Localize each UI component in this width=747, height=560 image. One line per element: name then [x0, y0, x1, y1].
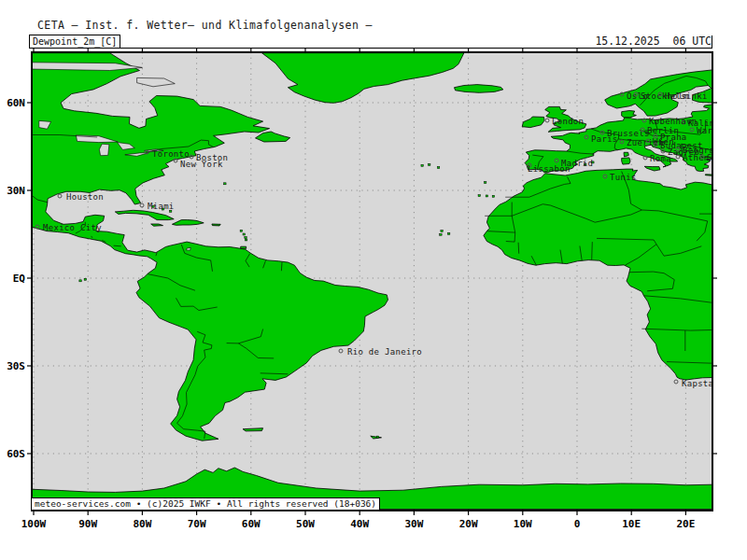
island-speck: [245, 236, 247, 238]
island-speck: [478, 195, 480, 197]
city-label: New York: [180, 160, 223, 169]
lon-label: 20E: [676, 518, 695, 530]
lon-label: 80W: [133, 518, 151, 530]
lat-label: 30S: [7, 360, 25, 372]
land-trinidad: [241, 246, 247, 248]
city-label: London: [552, 117, 584, 126]
city-label: Houston: [66, 192, 104, 202]
city-label: Madrid: [561, 159, 593, 168]
weather-map-page: TorontoBostonNew YorkHoustonMiamiMexico …: [0, 0, 747, 560]
island-speck: [492, 195, 494, 197]
water-lake-maracaibo: [187, 247, 191, 250]
lat-label: 30N: [7, 185, 25, 197]
lon-label: 90W: [78, 518, 97, 530]
city-label: Mexico City: [43, 223, 102, 232]
header-divider-right: [712, 35, 712, 49]
island-speck: [440, 233, 442, 235]
lon-label: 30W: [404, 518, 423, 530]
page-title: CETA – Inst. f. Wetter– und Klimafolgena…: [37, 19, 373, 32]
lon-label: 50W: [296, 518, 315, 530]
variable-box: Dewpoint_2m_[C]: [29, 35, 120, 49]
lon-label: 60W: [242, 518, 261, 530]
island-speck: [245, 239, 247, 241]
lon-label: 0: [574, 518, 581, 530]
city-label: Toronto: [152, 149, 190, 159]
city-label: Helsinki: [665, 91, 708, 101]
island-speck: [447, 232, 449, 234]
datetime-label: 15.12.2025 06 UTC: [595, 35, 712, 48]
island-speck: [421, 164, 423, 166]
island-speck: [428, 163, 430, 165]
lat-label: 60S: [7, 448, 25, 460]
island-speck: [240, 230, 242, 231]
island-speck: [224, 183, 226, 185]
city-label: Tunis: [610, 173, 637, 182]
lat-label: 60N: [7, 97, 25, 109]
island-speck: [484, 182, 486, 184]
island-speck: [441, 231, 443, 232]
island-speck: [376, 436, 378, 438]
lon-label: 10W: [514, 518, 532, 530]
lon-label: 20W: [459, 518, 478, 530]
lon-label: 40W: [350, 518, 369, 530]
lon-label: 10E: [622, 518, 641, 530]
city-label: Kapstadt: [682, 379, 725, 388]
ocean: [32, 52, 712, 511]
atlantic-map: TorontoBostonNew YorkHoustonMiamiMexico …: [0, 0, 747, 560]
city-label: Brussels: [607, 129, 650, 138]
island-speck: [486, 195, 487, 197]
copyright-bar: meteo-services.com • (c)2025 IWKF • All …: [31, 497, 380, 511]
header-divider: [29, 48, 712, 49]
city-label: Roma: [650, 154, 671, 163]
lon-label: 100W: [21, 518, 47, 530]
island-speck: [79, 280, 81, 282]
city-label: Athen: [683, 153, 710, 162]
lon-label: 70W: [188, 518, 206, 530]
island-speck: [437, 167, 439, 169]
city-label: København: [649, 117, 697, 126]
island-speck: [243, 233, 245, 235]
city-label: Sofia: [707, 153, 734, 162]
land-falklands: [243, 428, 263, 431]
land-crete: [705, 175, 712, 176]
island-speck: [84, 278, 86, 280]
city-label: Miami: [148, 202, 175, 211]
city-label: Rio de Janeiro: [347, 347, 422, 357]
land-sardinia: [622, 158, 630, 164]
land-puerto-rico: [212, 224, 220, 226]
lat-label: EQ: [13, 273, 26, 285]
